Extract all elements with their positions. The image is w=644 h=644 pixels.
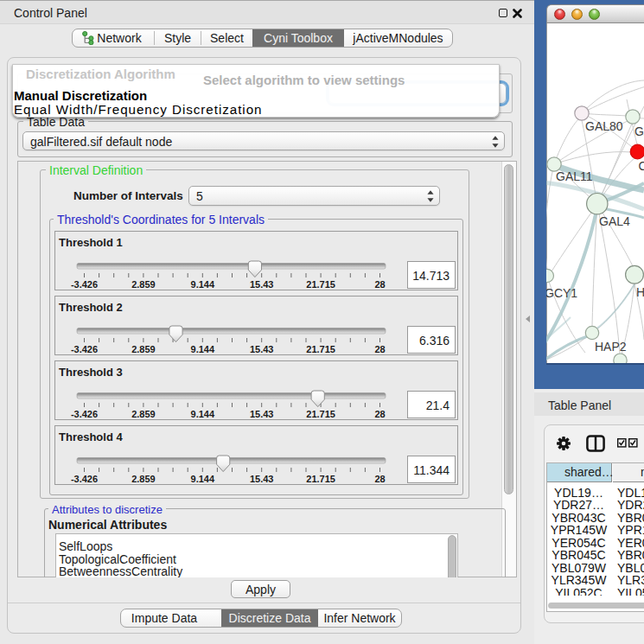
svg-text:9.144: 9.144	[191, 474, 215, 484]
svg-text:28: 28	[374, 279, 385, 290]
svg-text:2.859: 2.859	[131, 409, 156, 419]
svg-text:21.715: 21.715	[306, 474, 335, 484]
svg-text:2.859: 2.859	[131, 474, 156, 484]
svg-text:GAL11: GAL11	[556, 169, 593, 183]
svg-text:2.859: 2.859	[131, 279, 156, 290]
svg-text:HI: HI	[636, 285, 644, 299]
svg-text:21.715: 21.715	[306, 279, 335, 290]
svg-text:-3.426: -3.426	[71, 279, 98, 290]
svg-text:GAL80: GAL80	[585, 119, 623, 133]
svg-text:HAP2: HAP2	[595, 340, 627, 354]
svg-text:GA: GA	[634, 124, 644, 138]
svg-text:C: C	[639, 159, 644, 173]
svg-text:GCY1: GCY1	[546, 286, 577, 300]
svg-text:28: 28	[374, 344, 385, 354]
svg-text:9.144: 9.144	[191, 344, 215, 354]
svg-text:28: 28	[374, 474, 385, 484]
svg-text:GAL4: GAL4	[599, 214, 630, 228]
svg-text:21.715: 21.715	[306, 344, 335, 354]
svg-text:15.43: 15.43	[250, 409, 274, 419]
svg-text:15.43: 15.43	[250, 474, 274, 484]
svg-text:-3.426: -3.426	[71, 409, 98, 419]
svg-text:21.715: 21.715	[306, 409, 335, 419]
svg-text:15.43: 15.43	[250, 344, 274, 354]
svg-text:-3.426: -3.426	[71, 344, 98, 354]
svg-text:15.43: 15.43	[250, 279, 274, 290]
svg-text:-3.426: -3.426	[71, 474, 98, 484]
svg-text:9.144: 9.144	[191, 409, 215, 419]
svg-text:9.144: 9.144	[191, 279, 215, 290]
svg-text:28: 28	[374, 409, 385, 419]
svg-text:2.859: 2.859	[131, 344, 156, 354]
